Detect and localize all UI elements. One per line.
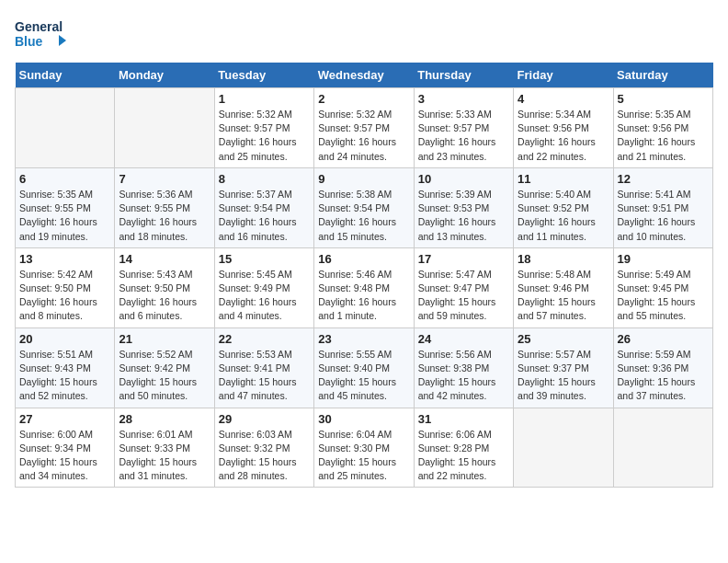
day-info: Sunrise: 5:35 AM Sunset: 9:55 PM Dayligh… [19, 188, 110, 244]
logo: GeneralBlue [15, 15, 70, 52]
day-info: Sunrise: 5:48 AM Sunset: 9:46 PM Dayligh… [518, 268, 609, 324]
calendar-cell: 17Sunrise: 5:47 AM Sunset: 9:47 PM Dayli… [414, 247, 513, 327]
day-number: 26 [618, 332, 709, 346]
day-info: Sunrise: 5:46 AM Sunset: 9:48 PM Dayligh… [318, 268, 409, 324]
calendar-cell: 6Sunrise: 5:35 AM Sunset: 9:55 PM Daylig… [16, 167, 115, 247]
day-info: Sunrise: 5:34 AM Sunset: 9:56 PM Dayligh… [518, 108, 609, 164]
calendar-cell: 13Sunrise: 5:42 AM Sunset: 9:50 PM Dayli… [16, 247, 115, 327]
day-number: 1 [219, 92, 310, 106]
day-info: Sunrise: 5:40 AM Sunset: 9:52 PM Dayligh… [518, 188, 609, 244]
day-number: 22 [219, 332, 310, 346]
day-info: Sunrise: 5:33 AM Sunset: 9:57 PM Dayligh… [418, 108, 509, 164]
calendar-cell [613, 408, 712, 488]
calendar-cell: 31Sunrise: 6:06 AM Sunset: 9:28 PM Dayli… [414, 408, 513, 488]
day-number: 5 [618, 92, 709, 106]
svg-marker-2 [59, 35, 66, 46]
day-number: 23 [318, 332, 409, 346]
day-number: 7 [119, 172, 210, 186]
day-number: 25 [518, 332, 609, 346]
day-number: 6 [19, 172, 110, 186]
day-number: 27 [19, 412, 110, 426]
calendar-cell: 18Sunrise: 5:48 AM Sunset: 9:46 PM Dayli… [514, 247, 613, 327]
day-info: Sunrise: 5:47 AM Sunset: 9:47 PM Dayligh… [418, 268, 509, 324]
day-number: 20 [19, 332, 110, 346]
calendar-cell: 19Sunrise: 5:49 AM Sunset: 9:45 PM Dayli… [613, 247, 712, 327]
calendar-cell: 29Sunrise: 6:03 AM Sunset: 9:32 PM Dayli… [214, 408, 313, 488]
day-info: Sunrise: 5:51 AM Sunset: 9:43 PM Dayligh… [19, 348, 110, 404]
day-number: 11 [518, 172, 609, 186]
dow-header-monday: Monday [115, 63, 214, 88]
day-number: 8 [219, 172, 310, 186]
day-number: 4 [518, 92, 609, 106]
calendar-cell: 15Sunrise: 5:45 AM Sunset: 9:49 PM Dayli… [214, 247, 313, 327]
calendar-cell: 7Sunrise: 5:36 AM Sunset: 9:55 PM Daylig… [115, 167, 214, 247]
calendar-cell: 30Sunrise: 6:04 AM Sunset: 9:30 PM Dayli… [314, 408, 414, 488]
day-number: 14 [119, 252, 210, 266]
day-number: 13 [19, 252, 110, 266]
dow-header-sunday: Sunday [16, 63, 115, 88]
day-info: Sunrise: 5:49 AM Sunset: 9:45 PM Dayligh… [618, 268, 709, 324]
svg-text:General: General [15, 19, 63, 34]
calendar-cell: 1Sunrise: 5:32 AM Sunset: 9:57 PM Daylig… [214, 88, 313, 168]
calendar-cell: 24Sunrise: 5:56 AM Sunset: 9:38 PM Dayli… [414, 327, 513, 408]
day-info: Sunrise: 5:45 AM Sunset: 9:49 PM Dayligh… [219, 268, 310, 324]
day-info: Sunrise: 5:32 AM Sunset: 9:57 PM Dayligh… [318, 108, 409, 164]
day-info: Sunrise: 5:35 AM Sunset: 9:56 PM Dayligh… [618, 108, 709, 164]
day-number: 31 [418, 412, 509, 426]
calendar-cell: 20Sunrise: 5:51 AM Sunset: 9:43 PM Dayli… [16, 327, 115, 408]
day-number: 2 [318, 92, 409, 106]
day-number: 9 [318, 172, 409, 186]
calendar-cell: 4Sunrise: 5:34 AM Sunset: 9:56 PM Daylig… [514, 88, 613, 168]
day-number: 15 [219, 252, 310, 266]
calendar-cell [115, 88, 214, 168]
day-info: Sunrise: 5:53 AM Sunset: 9:41 PM Dayligh… [219, 348, 310, 404]
day-number: 21 [119, 332, 210, 346]
calendar-cell: 25Sunrise: 5:57 AM Sunset: 9:37 PM Dayli… [514, 327, 613, 408]
day-number: 29 [219, 412, 310, 426]
day-info: Sunrise: 5:56 AM Sunset: 9:38 PM Dayligh… [418, 348, 509, 404]
calendar-cell: 3Sunrise: 5:33 AM Sunset: 9:57 PM Daylig… [414, 88, 513, 168]
day-info: Sunrise: 6:01 AM Sunset: 9:33 PM Dayligh… [119, 428, 210, 484]
page-header: GeneralBlue [15, 15, 713, 52]
calendar-cell: 22Sunrise: 5:53 AM Sunset: 9:41 PM Dayli… [214, 327, 313, 408]
day-info: Sunrise: 5:57 AM Sunset: 9:37 PM Dayligh… [518, 348, 609, 404]
day-number: 24 [418, 332, 509, 346]
calendar-cell: 9Sunrise: 5:38 AM Sunset: 9:54 PM Daylig… [314, 167, 414, 247]
day-number: 18 [518, 252, 609, 266]
day-number: 17 [418, 252, 509, 266]
dow-header-friday: Friday [514, 63, 613, 88]
day-info: Sunrise: 5:55 AM Sunset: 9:40 PM Dayligh… [318, 348, 409, 404]
calendar-cell [16, 88, 115, 168]
day-number: 30 [318, 412, 409, 426]
day-info: Sunrise: 5:39 AM Sunset: 9:53 PM Dayligh… [418, 188, 509, 244]
day-info: Sunrise: 6:00 AM Sunset: 9:34 PM Dayligh… [19, 428, 110, 484]
calendar-cell: 12Sunrise: 5:41 AM Sunset: 9:51 PM Dayli… [613, 167, 712, 247]
dow-header-wednesday: Wednesday [314, 63, 414, 88]
svg-text:Blue: Blue [15, 34, 43, 49]
day-number: 19 [618, 252, 709, 266]
calendar-cell: 8Sunrise: 5:37 AM Sunset: 9:54 PM Daylig… [214, 167, 313, 247]
calendar-cell: 10Sunrise: 5:39 AM Sunset: 9:53 PM Dayli… [414, 167, 513, 247]
day-info: Sunrise: 5:43 AM Sunset: 9:50 PM Dayligh… [119, 268, 210, 324]
day-info: Sunrise: 5:38 AM Sunset: 9:54 PM Dayligh… [318, 188, 409, 244]
day-info: Sunrise: 5:37 AM Sunset: 9:54 PM Dayligh… [219, 188, 310, 244]
calendar-cell: 21Sunrise: 5:52 AM Sunset: 9:42 PM Dayli… [115, 327, 214, 408]
day-info: Sunrise: 5:32 AM Sunset: 9:57 PM Dayligh… [219, 108, 310, 164]
calendar-cell: 26Sunrise: 5:59 AM Sunset: 9:36 PM Dayli… [613, 327, 712, 408]
calendar-cell: 14Sunrise: 5:43 AM Sunset: 9:50 PM Dayli… [115, 247, 214, 327]
dow-header-tuesday: Tuesday [214, 63, 313, 88]
calendar-cell: 2Sunrise: 5:32 AM Sunset: 9:57 PM Daylig… [314, 88, 414, 168]
day-info: Sunrise: 6:03 AM Sunset: 9:32 PM Dayligh… [219, 428, 310, 484]
day-info: Sunrise: 6:06 AM Sunset: 9:28 PM Dayligh… [418, 428, 509, 484]
calendar-cell: 28Sunrise: 6:01 AM Sunset: 9:33 PM Dayli… [115, 408, 214, 488]
calendar-table: SundayMondayTuesdayWednesdayThursdayFrid… [15, 63, 713, 488]
day-number: 16 [318, 252, 409, 266]
day-info: Sunrise: 5:59 AM Sunset: 9:36 PM Dayligh… [618, 348, 709, 404]
dow-header-saturday: Saturday [613, 63, 712, 88]
day-info: Sunrise: 5:36 AM Sunset: 9:55 PM Dayligh… [119, 188, 210, 244]
calendar-cell: 27Sunrise: 6:00 AM Sunset: 9:34 PM Dayli… [16, 408, 115, 488]
day-info: Sunrise: 5:52 AM Sunset: 9:42 PM Dayligh… [119, 348, 210, 404]
day-number: 28 [119, 412, 210, 426]
calendar-cell: 23Sunrise: 5:55 AM Sunset: 9:40 PM Dayli… [314, 327, 414, 408]
day-number: 10 [418, 172, 509, 186]
